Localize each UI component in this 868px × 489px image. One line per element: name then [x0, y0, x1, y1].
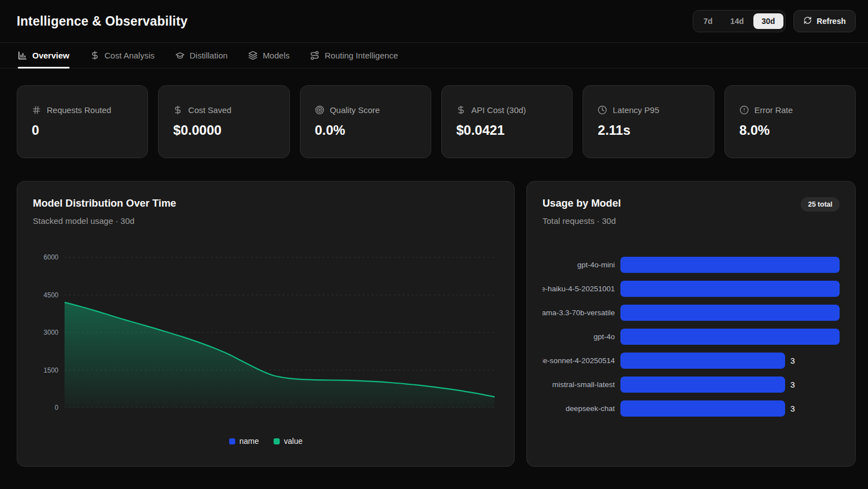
area-series: [65, 302, 495, 408]
bar-track: [620, 305, 840, 321]
model-label-text: gpt-4o: [594, 332, 615, 342]
stat-value: 0: [32, 123, 133, 138]
stat-label: Error Rate: [754, 105, 793, 115]
usage-bar: [620, 400, 785, 417]
model-distribution-header: Model Distribution Over Time Stacked mod…: [33, 197, 499, 226]
usage-bar: [620, 281, 840, 297]
stat-value: 2.11s: [598, 123, 699, 138]
usage-header: Usage by Model Total requests · 30d 25 t…: [542, 197, 840, 226]
refresh-button[interactable]: Refresh: [793, 10, 856, 32]
area-plot: [65, 254, 495, 410]
area-chart: 01500300045006000: [33, 254, 498, 410]
page-title: Intelligence & Observability: [17, 14, 188, 29]
layers-icon: [248, 51, 258, 60]
bar-track: [620, 257, 840, 273]
usage-title: Usage by Model: [542, 197, 621, 209]
stat-value: 8.0%: [739, 123, 841, 138]
dollar-icon: [173, 105, 183, 115]
usage-row-mistral-small-latest: mistral-small-latest3: [542, 373, 840, 397]
dollar-icon: [90, 51, 100, 60]
graduation-cap-icon: [175, 51, 185, 60]
tab-label: Routing Intelligence: [324, 51, 398, 60]
usage-bar: [620, 305, 840, 321]
bar-track: 3: [620, 376, 840, 393]
model-distribution-subtitle: Stacked model usage · 30d: [33, 216, 176, 226]
model-label-text: claude-haiku-4-5-20251001: [542, 284, 615, 294]
header-controls: 7d14d30d Refresh: [693, 10, 856, 32]
y-axis: 01500300045006000: [33, 254, 58, 410]
model-label: claude-sonnet-4-20250514: [542, 356, 615, 366]
model-label: mistral-small-latest: [542, 380, 615, 390]
tab-label: Overview: [32, 51, 70, 60]
model-label-text: claude-sonnet-4-20250514: [542, 356, 615, 366]
model-label: llama-3.3-70b-versatile: [542, 308, 615, 318]
usage-row-gpt-4o: gpt-4o: [542, 325, 840, 349]
model-label-text: llama-3.3-70b-versatile: [542, 308, 615, 318]
bar-track: 3: [620, 400, 840, 417]
legend-item-name: name: [229, 437, 259, 446]
usage-rows: gpt-4o-miniclaude-haiku-4-5-20251001llam…: [542, 253, 840, 420]
time-range-7d[interactable]: 7d: [695, 13, 721, 29]
tab-cost-analysis[interactable]: Cost Analysis: [90, 43, 155, 68]
tab-overview[interactable]: Overview: [18, 43, 70, 68]
usage-bar: [620, 257, 840, 273]
y-axis-tick: 6000: [33, 252, 58, 262]
usage-subtitle: Total requests · 30d: [542, 216, 621, 226]
usage-bar: [620, 376, 785, 393]
target-icon: [315, 105, 324, 115]
total-count-badge: 25 total: [801, 197, 840, 212]
bar-value-label: 3: [791, 404, 795, 413]
stat-card-error-rate: Error Rate8.0%: [724, 85, 856, 158]
model-distribution-card: Model Distribution Over Time Stacked mod…: [17, 181, 515, 467]
bar-value-label: 3: [791, 380, 795, 389]
dollar-icon: [456, 105, 466, 115]
charts-row: Model Distribution Over Time Stacked mod…: [17, 181, 856, 467]
usage-row-gpt-4o-mini: gpt-4o-mini: [542, 253, 840, 277]
tab-bar: OverviewCost AnalysisDistillationModelsR…: [0, 43, 868, 69]
model-label-text: gpt-4o-mini: [577, 260, 615, 270]
usage-row-claude-haiku-4-5-20251001: claude-haiku-4-5-20251001: [542, 277, 840, 301]
model-label: gpt-4o: [542, 332, 615, 342]
tab-routing-intelligence[interactable]: Routing Intelligence: [310, 43, 398, 68]
stats-row: Requests Routed0Cost Saved$0.0000Quality…: [17, 85, 856, 158]
y-axis-tick: 1500: [33, 365, 58, 375]
page-header: Intelligence & Observability 7d14d30d Re…: [0, 0, 868, 43]
usage-by-model-card: Usage by Model Total requests · 30d 25 t…: [526, 181, 856, 467]
stat-value: $0.0000: [173, 123, 274, 138]
stat-label: Requests Routed: [47, 105, 111, 115]
alert-circle-icon: [739, 105, 749, 115]
model-label-text: mistral-small-latest: [552, 380, 615, 390]
route-icon: [310, 51, 319, 60]
stat-card-requests-routed: Requests Routed0: [17, 85, 148, 158]
stat-card-api-cost-30d: API Cost (30d)$0.0421: [441, 85, 573, 158]
model-label-text: deepseek-chat: [565, 404, 615, 414]
time-range-30d[interactable]: 30d: [753, 13, 783, 29]
model-distribution-title: Model Distribution Over Time: [33, 197, 176, 209]
tab-label: Distillation: [190, 51, 228, 60]
tab-distillation[interactable]: Distillation: [175, 43, 228, 68]
hash-icon: [32, 105, 41, 115]
tab-label: Cost Analysis: [105, 51, 155, 60]
model-label: deepseek-chat: [542, 404, 615, 414]
chart-legend: namevalue: [229, 437, 303, 446]
y-axis-tick: 0: [33, 403, 58, 413]
stat-card-cost-saved: Cost Saved$0.0000: [158, 85, 289, 158]
stat-value: 0.0%: [315, 123, 416, 138]
bar-track: [620, 329, 840, 345]
legend-swatch: [229, 438, 235, 444]
usage-bar: [620, 329, 840, 345]
model-label: gpt-4o-mini: [542, 260, 615, 270]
bar-track: 3: [620, 353, 840, 369]
legend-item-value: value: [273, 437, 302, 446]
refresh-icon: [803, 16, 812, 26]
stat-label: Latency P95: [613, 105, 659, 115]
bar-track: [620, 281, 840, 297]
tab-models[interactable]: Models: [248, 43, 289, 68]
legend-label: name: [239, 437, 259, 446]
clock-icon: [598, 105, 607, 115]
time-range-14d[interactable]: 14d: [722, 13, 752, 29]
legend-swatch: [273, 438, 279, 444]
bar-value-label: 3: [791, 356, 795, 365]
model-label: claude-haiku-4-5-20251001: [542, 284, 615, 294]
y-axis-tick: 4500: [33, 290, 58, 300]
